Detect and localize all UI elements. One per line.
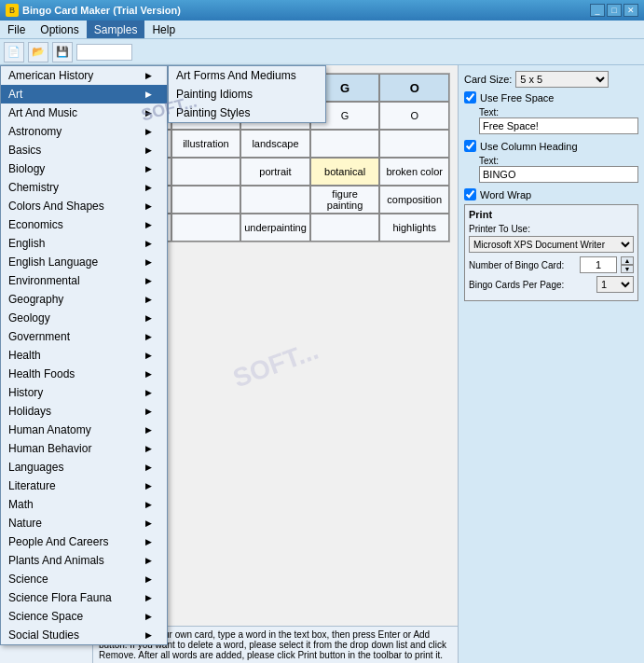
- submenu-arrow: ▶: [145, 593, 152, 602]
- column-heading-checkbox[interactable]: [464, 140, 476, 152]
- menu-options[interactable]: Options: [33, 21, 86, 38]
- word-wrap-label: Word Wrap: [480, 189, 531, 200]
- submenu-arrow: ▶: [145, 630, 152, 640]
- submenu-arrow: ▶: [145, 332, 152, 341]
- grid-cell-r4c5: composition: [379, 186, 449, 214]
- menu-geology[interactable]: Geology ▶: [1, 309, 167, 327]
- free-space-text-label: Text:: [479, 107, 499, 117]
- submenu-arrow: ▶: [145, 164, 152, 173]
- search-input[interactable]: [76, 44, 132, 61]
- menu-english-language[interactable]: English Language ▶: [1, 253, 167, 271]
- menu-government[interactable]: Government ▶: [1, 327, 167, 346]
- menu-help[interactable]: Help: [144, 21, 183, 38]
- grid-cell-r5c5: highlights: [379, 214, 449, 242]
- samples-dropdown: American History ▶ Art ▶ Art And Music ▶…: [0, 65, 168, 645]
- submenu-arrow: ▶: [145, 295, 152, 304]
- menu-holidays[interactable]: Holidays ▶: [1, 402, 167, 421]
- per-page-label: Bingo Cards Per Page:: [469, 280, 593, 290]
- menu-science-flora-fauna[interactable]: Science Flora Fauna ▶: [1, 588, 167, 607]
- menu-history[interactable]: History ▶: [1, 383, 167, 402]
- menu-health[interactable]: Health ▶: [1, 346, 167, 365]
- art-submenu-forms[interactable]: Art Forms And Mediums: [169, 66, 325, 85]
- open-button[interactable]: 📂: [28, 42, 48, 62]
- card-size-select[interactable]: 5 x 5 4 x 4 3 x 3: [515, 71, 609, 88]
- grid-cell-r1c5: O: [379, 102, 449, 130]
- art-submenu: SOFT... Art Forms And Mediums Painting I…: [168, 65, 326, 123]
- submenu-arrow: ▶: [145, 313, 152, 323]
- menu-languages[interactable]: Languages ▶: [1, 458, 167, 477]
- menu-chemistry[interactable]: Chemistry ▶: [1, 178, 167, 197]
- word-wrap-checkbox[interactable]: [464, 188, 476, 200]
- submenu-arrow: ▶: [145, 276, 152, 285]
- menu-literature[interactable]: Literature ▶: [1, 477, 167, 495]
- menu-basics[interactable]: Basics ▶: [1, 141, 167, 159]
- submenu-arrow: ▶: [145, 145, 152, 155]
- menu-social-studies[interactable]: Social Studies ▶: [1, 626, 167, 644]
- free-space-text-input[interactable]: [479, 117, 638, 134]
- submenu-arrow: ▶: [145, 537, 152, 546]
- app-icon: B: [6, 4, 19, 17]
- print-section: Print Printer To Use: Microsoft XPS Docu…: [464, 204, 638, 301]
- submenu-arrow: ▶: [145, 574, 152, 584]
- menu-nature[interactable]: Nature ▶: [1, 514, 167, 532]
- num-cards-up-button[interactable]: ▲: [621, 256, 634, 265]
- maximize-button[interactable]: □: [607, 4, 622, 17]
- num-cards-label: Number of Bingo Card:: [469, 260, 576, 270]
- free-space-checkbox[interactable]: [464, 91, 476, 104]
- card-size-label: Card Size:: [464, 74, 512, 85]
- save-button[interactable]: 💾: [52, 42, 73, 62]
- num-cards-input[interactable]: [580, 256, 617, 273]
- menu-geography[interactable]: Geography ▶: [1, 290, 167, 309]
- title-bar-left: B Bingo Card Maker (Trial Version): [6, 4, 181, 17]
- menu-plants-and-animals[interactable]: Plants And Animals ▶: [1, 551, 167, 570]
- menu-economics[interactable]: Economics ▶: [1, 215, 167, 234]
- print-title: Print: [469, 209, 634, 220]
- menu-biology[interactable]: Biology ▶: [1, 159, 167, 178]
- num-cards-down-button[interactable]: ▼: [621, 265, 634, 273]
- menu-astronomy[interactable]: Astronomy ▶: [1, 122, 167, 141]
- menu-people-and-careers[interactable]: People And Careers ▶: [1, 532, 167, 551]
- menu-environmental[interactable]: Environmental ▶: [1, 271, 167, 290]
- per-page-select[interactable]: 1 2 4: [596, 276, 634, 293]
- grid-header-o: O: [379, 74, 449, 102]
- minimize-button[interactable]: _: [590, 4, 605, 17]
- menu-math[interactable]: Math ▶: [1, 495, 167, 514]
- window-controls[interactable]: _ □ ✕: [590, 4, 638, 17]
- menu-science[interactable]: Science ▶: [1, 570, 167, 588]
- submenu-arrow: ▶: [145, 220, 152, 229]
- art-submenu-idioms[interactable]: Painting Idioms: [169, 85, 325, 104]
- right-panel: Card Size: 5 x 5 4 x 4 3 x 3 Use Free Sp…: [458, 65, 644, 663]
- submenu-arrow: ▶: [145, 388, 152, 397]
- submenu-arrow: ▶: [145, 425, 152, 435]
- submenu-arrow: ▶: [145, 407, 152, 416]
- free-space-label: Use Free Space: [480, 92, 554, 104]
- column-heading-text-input[interactable]: [479, 166, 638, 183]
- menu-art[interactable]: Art ▶: [1, 85, 167, 104]
- menu-file[interactable]: File: [0, 21, 33, 38]
- column-heading-label: Use Column Heading: [480, 141, 578, 152]
- art-submenu-container: SOFT... Art Forms And Mediums Painting I…: [168, 65, 326, 645]
- menu-science-space[interactable]: Science Space ▶: [1, 607, 167, 626]
- menu-health-foods[interactable]: Health Foods ▶: [1, 365, 167, 383]
- art-submenu-styles[interactable]: Painting Styles: [169, 104, 325, 122]
- menu-american-history[interactable]: American History ▶: [1, 66, 167, 85]
- submenu-arrow: ▶: [145, 108, 152, 117]
- printer-select[interactable]: Microsoft XPS Document Writer: [469, 236, 634, 253]
- submenu-arrow: ▶: [145, 556, 152, 565]
- menu-human-behavior[interactable]: Human Behavior ▶: [1, 439, 167, 458]
- submenu-arrow: ▶: [145, 183, 152, 192]
- menu-art-and-music[interactable]: Art And Music ▶: [1, 104, 167, 122]
- submenu-arrow: ▶: [145, 351, 152, 360]
- menu-samples[interactable]: Samples: [87, 21, 145, 38]
- menu-english[interactable]: English ▶: [1, 234, 167, 253]
- new-button[interactable]: 📄: [4, 42, 24, 62]
- close-button[interactable]: ✕: [623, 4, 638, 17]
- toolbar: 📄 📂 💾: [0, 39, 644, 65]
- menu-colors-and-shapes[interactable]: Colors And Shapes ▶: [1, 197, 167, 215]
- menu-human-anatomy[interactable]: Human Anatomy ▶: [1, 421, 167, 439]
- submenu-arrow: ▶: [145, 444, 152, 453]
- dropdown-container: American History ▶ Art ▶ Art And Music ▶…: [0, 65, 326, 645]
- submenu-arrow: ▶: [145, 239, 152, 248]
- column-heading-text-label: Text:: [479, 156, 499, 166]
- submenu-arrow: ▶: [145, 518, 152, 528]
